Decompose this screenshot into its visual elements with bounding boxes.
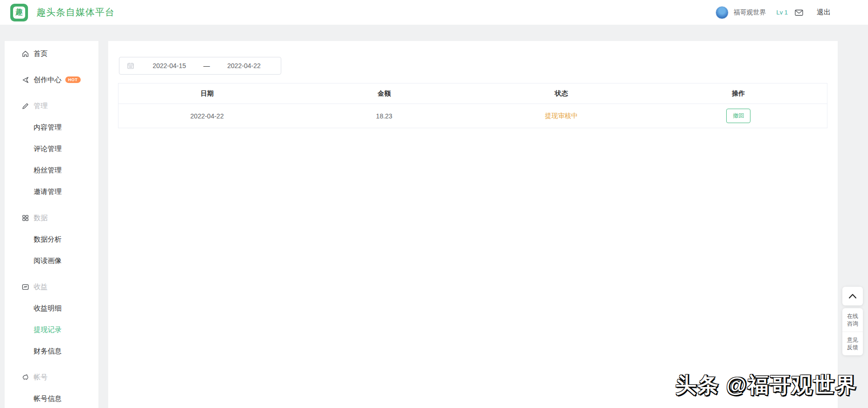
sidebar-item-label: 创作中心 [34, 76, 62, 84]
date-range-picker[interactable]: 2022-04-15 — 2022-04-22 [119, 57, 281, 75]
logout-button[interactable]: 退出 [817, 8, 831, 17]
sidebar-item-earnings-detail[interactable]: 收益明细 [5, 297, 98, 319]
sidebar-item-label: 提现记录 [34, 325, 62, 334]
cell-amount: 18.23 [296, 104, 473, 128]
column-header-status: 状态 [473, 83, 650, 104]
hot-badge: HOT [65, 76, 81, 83]
end-date-value[interactable]: 2022-04-22 [212, 62, 276, 69]
sidebar-item-label: 阅读画像 [34, 256, 62, 265]
app-title: 趣头条自媒体平台 [36, 6, 115, 19]
sidebar-section-label: 帐号 [34, 373, 48, 382]
sidebar-section-label: 收益 [34, 283, 48, 291]
main-content-panel: 2022-04-15 — 2022-04-22 日期 金额 状态 操作 2022… [108, 41, 838, 408]
sidebar-item-home[interactable]: 首页 [5, 43, 98, 64]
online-consult-link[interactable]: 在线 咨询 [842, 308, 863, 332]
table-header-row: 日期 金额 状态 操作 [118, 83, 827, 104]
sidebar-item-account-info[interactable]: 帐号信息 [5, 388, 98, 408]
header-user-area: 福哥观世界 Lv 1 退出 [715, 6, 831, 19]
sidebar-item-reading-profile[interactable]: 阅读画像 [5, 250, 98, 271]
app-logo[interactable]: 趣 [10, 4, 28, 21]
sidebar-item-comment-manage[interactable]: 评论管理 [5, 138, 98, 159]
top-header: 趣 趣头条自媒体平台 福哥观世界 Lv 1 退出 [0, 0, 868, 25]
sidebar-item-label: 收益明细 [34, 304, 62, 313]
logo-character: 趣 [13, 7, 25, 19]
sidebar-item-finance-info[interactable]: 财务信息 [5, 340, 98, 362]
sidebar-item-label: 帐号信息 [34, 394, 62, 403]
piggy-bank-icon [21, 373, 34, 381]
sidebar-item-creation-center[interactable]: 创作中心 HOT [5, 69, 98, 90]
sidebar-item-data-analysis[interactable]: 数据分析 [5, 228, 98, 250]
sidebar-section-account: 帐号 [5, 367, 98, 388]
revoke-button[interactable]: 撤回 [726, 109, 750, 123]
user-avatar[interactable] [715, 6, 729, 19]
online-consult-line1: 在线 [842, 312, 863, 320]
sidebar-item-label: 粉丝管理 [34, 166, 62, 175]
feedback-line1: 意见 [842, 336, 863, 344]
sidebar-section-earnings: 收益 [5, 276, 98, 297]
watermark-text: 头条 @福哥观世界 [675, 371, 848, 399]
sidebar-item-label: 首页 [34, 49, 48, 58]
scroll-to-top-button[interactable] [842, 287, 863, 305]
messages-button[interactable] [794, 8, 804, 17]
cell-status: 提现审核中 [473, 104, 650, 128]
chevron-up-icon [848, 293, 857, 299]
sidebar-item-withdraw-records[interactable]: 提现记录 [5, 319, 98, 340]
pencil-icon [21, 102, 34, 110]
feedback-link[interactable]: 意见 反馈 [842, 332, 863, 355]
sidebar-section-data: 数据 [5, 207, 98, 228]
start-date-value[interactable]: 2022-04-15 [137, 62, 201, 69]
withdraw-records-table: 日期 金额 状态 操作 2022-04-22 18.23 提现审核中 撤回 [118, 83, 827, 128]
sidebar-section-manage: 管理 [5, 95, 98, 117]
sidebar-item-label: 邀请管理 [34, 187, 62, 196]
calendar-icon [127, 62, 134, 69]
send-icon [21, 76, 34, 84]
cell-date: 2022-04-22 [118, 104, 296, 128]
sidebar-section-label: 管理 [34, 102, 48, 111]
sidebar-item-label: 评论管理 [34, 145, 62, 153]
column-header-amount: 金额 [296, 83, 473, 104]
sidebar-section-label: 数据 [34, 214, 48, 222]
column-header-action: 操作 [650, 83, 827, 104]
sidebar-item-label: 内容管理 [34, 123, 62, 132]
grid-icon [21, 214, 34, 222]
sidebar-item-content-manage[interactable]: 内容管理 [5, 117, 98, 138]
date-range-separator: — [201, 62, 212, 69]
envelope-icon [794, 8, 804, 17]
sidebar-item-label: 财务信息 [34, 347, 62, 356]
column-header-date: 日期 [118, 83, 296, 104]
sidebar-item-invite-manage[interactable]: 邀请管理 [5, 181, 98, 202]
sidebar-nav: 首页 创作中心 HOT 管理 内容管理 评论管理 粉丝管理 邀请管理 [5, 41, 98, 408]
table-row: 2022-04-22 18.23 提现审核中 撤回 [118, 104, 827, 128]
floating-help-panel: 在线 咨询 意见 反馈 [842, 308, 863, 355]
online-consult-line2: 咨询 [842, 320, 863, 327]
sidebar-item-label: 数据分析 [34, 235, 62, 244]
feedback-line2: 反馈 [842, 344, 863, 351]
username: 福哥观世界 [733, 8, 766, 17]
sidebar-item-fans-manage[interactable]: 粉丝管理 [5, 159, 98, 181]
user-level-badge: Lv 1 [776, 9, 788, 16]
home-icon [21, 50, 34, 58]
chart-icon [21, 283, 34, 291]
cell-action: 撤回 [650, 104, 827, 128]
